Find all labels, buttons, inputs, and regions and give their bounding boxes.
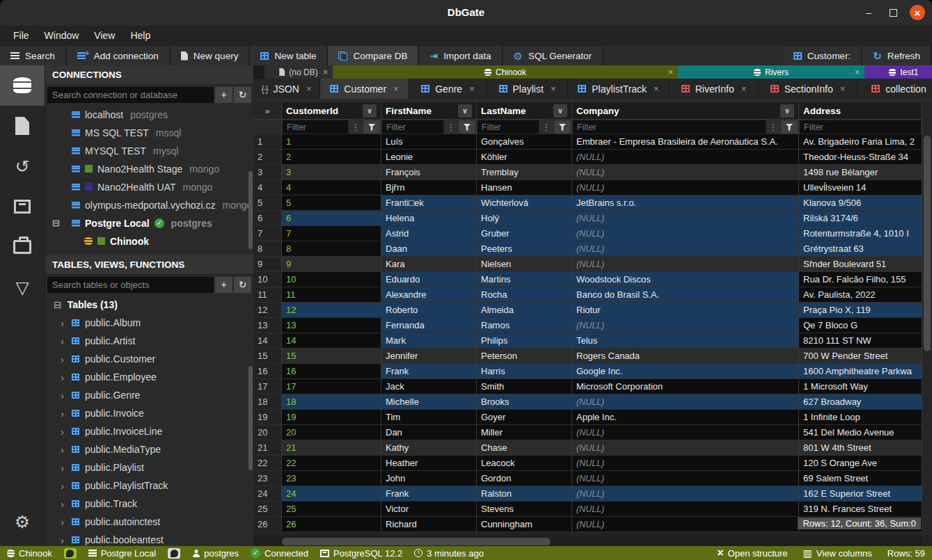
close-icon[interactable]: × bbox=[840, 83, 846, 94]
cell-firstname[interactable]: Frank bbox=[381, 364, 477, 379]
cell-firstname[interactable]: Frank bbox=[381, 486, 477, 502]
cell-address[interactable]: 319 N. Frances Street bbox=[799, 502, 922, 517]
row-number[interactable]: 17 bbox=[253, 379, 282, 394]
row-number[interactable]: 10 bbox=[253, 272, 282, 287]
tab-json[interactable]: {-}JSON× bbox=[253, 79, 320, 99]
cell-company[interactable]: (NULL) bbox=[572, 226, 799, 241]
cell-customerid[interactable]: 5 bbox=[282, 195, 381, 211]
cell-lastname[interactable]: Stevens bbox=[477, 502, 572, 517]
table-public-playlisttrack[interactable]: ›public.PlaylistTrack bbox=[45, 477, 253, 495]
rail-apps[interactable] bbox=[0, 227, 45, 267]
menu-window[interactable]: Window bbox=[37, 26, 87, 46]
table-public-track[interactable]: ›public.Track bbox=[45, 495, 253, 513]
db-tab-test1[interactable]: test1× bbox=[864, 65, 932, 79]
table-public-autoinctest[interactable]: ›public.autoinctest bbox=[45, 513, 253, 531]
status-palette[interactable] bbox=[64, 548, 77, 559]
cell-firstname[interactable]: Fernanda bbox=[381, 318, 477, 333]
toolbar-sql-generator[interactable]: ⚙SQL Generator bbox=[503, 46, 604, 65]
cell-customerid[interactable]: 10 bbox=[282, 272, 381, 287]
collapse-icon[interactable]: ⊟ bbox=[52, 218, 60, 228]
cell-company[interactable]: (NULL) bbox=[572, 471, 799, 486]
cell-company[interactable]: Microsoft Corporation bbox=[572, 379, 799, 394]
close-icon[interactable]: × bbox=[551, 83, 556, 94]
tab-riverinfo[interactable]: RiverInfo× bbox=[670, 79, 759, 99]
connection-postgre-local[interactable]: ⊟Postgre Local✓postgres bbox=[45, 214, 253, 232]
cell-lastname[interactable]: Gruber bbox=[477, 226, 572, 241]
filter-menu-icon[interactable]: ⋮ bbox=[539, 120, 553, 134]
cell-address[interactable]: Rilská 3174/6 bbox=[799, 211, 922, 226]
table-public-invoice[interactable]: ›public.Invoice bbox=[45, 404, 253, 422]
tables-add-button[interactable]: + bbox=[215, 277, 232, 293]
table-public-genre[interactable]: ›public.Genre bbox=[45, 386, 253, 404]
cell-firstname[interactable]: Jack bbox=[381, 379, 477, 394]
table-public-artist[interactable]: ›public.Artist bbox=[45, 332, 253, 350]
cell-customerid[interactable]: 14 bbox=[282, 333, 381, 349]
cell-company[interactable]: (NULL) bbox=[572, 241, 799, 257]
toolbar-search[interactable]: Search bbox=[0, 46, 67, 65]
cell-company[interactable]: (NULL) bbox=[572, 211, 799, 226]
menu-view[interactable]: View bbox=[86, 26, 123, 46]
cell-company[interactable]: (NULL) bbox=[572, 394, 799, 410]
row-number[interactable]: 6 bbox=[253, 211, 282, 226]
minimize-button[interactable]: – bbox=[861, 5, 876, 20]
row-number[interactable]: 26 bbox=[253, 517, 282, 532]
cell-firstname[interactable]: Eduardo bbox=[381, 272, 477, 287]
table-public-customer[interactable]: ›public.Customer bbox=[45, 350, 253, 368]
cell-lastname[interactable]: Rocha bbox=[477, 287, 572, 303]
connection-nano2health-stage[interactable]: Nano2Health Stagemongo bbox=[45, 160, 253, 178]
column-header-company[interactable]: Company∨ bbox=[572, 102, 799, 120]
cell-company[interactable]: (NULL) bbox=[572, 425, 799, 440]
rail-filter[interactable]: ▽ bbox=[0, 267, 45, 307]
column-header-firstname[interactable]: FirstName∨ bbox=[381, 102, 477, 120]
cell-address[interactable]: Ullevĺlsveien 14 bbox=[799, 180, 922, 195]
close-button[interactable]: × bbox=[910, 5, 925, 20]
cell-company[interactable]: (NULL) bbox=[572, 456, 799, 471]
close-icon[interactable]: × bbox=[323, 67, 328, 77]
row-number[interactable]: 18 bbox=[253, 394, 282, 410]
connection-mysql-test[interactable]: MYSQL TESTmysql bbox=[45, 142, 253, 160]
cell-address[interactable]: 162 E Superior Street bbox=[799, 486, 922, 502]
filter-funnel-button[interactable] bbox=[554, 120, 571, 134]
close-icon[interactable]: × bbox=[855, 67, 860, 77]
cell-firstname[interactable]: Victor bbox=[381, 502, 477, 517]
cell-company[interactable]: Banco do Brasil S.A. bbox=[572, 287, 799, 303]
filter-funnel-button[interactable] bbox=[781, 120, 798, 134]
row-number[interactable]: 2 bbox=[253, 150, 282, 165]
column-dropdown-icon[interactable]: ∨ bbox=[363, 104, 377, 118]
row-number[interactable]: 11 bbox=[253, 287, 282, 303]
cell-address[interactable]: 541 Del Medio Avenue bbox=[799, 425, 922, 440]
cell-customerid[interactable]: 18 bbox=[282, 394, 381, 410]
cell-address[interactable]: 700 W Pender Street bbox=[799, 349, 922, 364]
toolbar-new-query[interactable]: New query bbox=[171, 46, 251, 65]
cell-firstname[interactable]: Helena bbox=[381, 211, 477, 226]
cell-firstname[interactable]: Astrid bbox=[381, 226, 477, 241]
vertical-scroll-thumb[interactable] bbox=[924, 136, 931, 351]
cell-customerid[interactable]: 17 bbox=[282, 379, 381, 394]
cell-lastname[interactable]: Holý bbox=[477, 211, 572, 226]
connection-localhost[interactable]: localhostpostgres bbox=[45, 106, 253, 124]
row-number[interactable]: 22 bbox=[253, 456, 282, 471]
cell-firstname[interactable]: John bbox=[381, 471, 477, 486]
tab-playlist[interactable]: Playlist× bbox=[487, 79, 568, 99]
cell-company[interactable]: (NULL) bbox=[572, 318, 799, 333]
cell-address[interactable]: 1498 rue Bélanger bbox=[799, 165, 922, 180]
db-tab-rivers[interactable]: Rivers× bbox=[678, 65, 864, 79]
tables-search-input[interactable] bbox=[47, 277, 214, 293]
connection-chinook[interactable]: Chinook bbox=[45, 232, 253, 248]
horizontal-scrollbar[interactable] bbox=[253, 537, 922, 546]
cell-customerid[interactable]: 8 bbox=[282, 241, 381, 257]
filter-input-customerid[interactable] bbox=[283, 120, 348, 134]
tab-genre[interactable]: Genre× bbox=[409, 79, 487, 99]
row-number[interactable]: 16 bbox=[253, 364, 282, 379]
tab-customer[interactable]: Customer× bbox=[320, 79, 409, 99]
cell-lastname[interactable]: Nielsen bbox=[477, 257, 572, 272]
toolbar-customer[interactable]: Customer: bbox=[783, 46, 862, 65]
close-icon[interactable]: × bbox=[469, 83, 475, 94]
cell-customerid[interactable]: 3 bbox=[282, 165, 381, 180]
cell-firstname[interactable]: Kathy bbox=[381, 440, 477, 456]
cell-customerid[interactable]: 24 bbox=[282, 486, 381, 502]
filter-menu-icon[interactable]: ⋮ bbox=[444, 120, 458, 134]
cell-firstname[interactable]: Kara bbox=[381, 257, 477, 272]
cell-customerid[interactable]: 6 bbox=[282, 211, 381, 226]
status-palette[interactable] bbox=[168, 548, 180, 559]
